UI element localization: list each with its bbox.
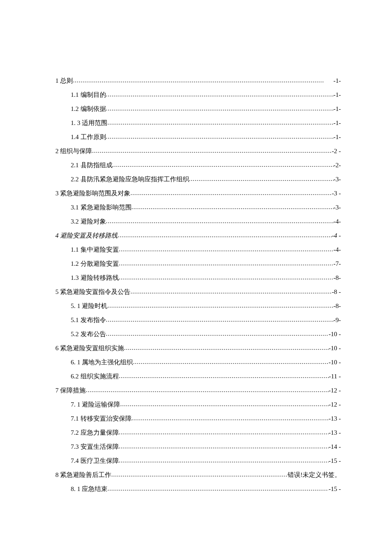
toc-entry-label: 1.1 编制目的 [71, 91, 106, 99]
toc-entry-label: 1.2 分散避险安置 [71, 260, 119, 268]
toc-entry: 1.4 工作原则-1- [55, 133, 341, 141]
toc-entry: 1.1 编制目的-1- [55, 91, 341, 99]
toc-entry-page: -13 - [329, 415, 341, 422]
toc-entry: 1.2 分散避险安置-7- [55, 260, 341, 268]
toc-entry-page: -15 - [329, 485, 341, 493]
toc-leader-dots [111, 471, 288, 478]
toc-entry-page: -3- [334, 176, 341, 183]
toc-entry-page: -15 - [329, 457, 341, 465]
toc-leader-dots [86, 387, 329, 394]
toc-entry-label: 6.2 组织实施流程 [71, 372, 119, 381]
toc-entry-page: -4 - [332, 232, 341, 239]
toc-leader-dots [106, 218, 334, 225]
toc-entry: 1 总则-1- [55, 77, 341, 85]
toc-entry-label: 2.2 县防汛紧急避险应急响应指挥工作组织 [71, 175, 189, 183]
toc-entry-page: -7- [334, 260, 341, 267]
toc-entry: 1.1 集中避险安置-4- [55, 246, 341, 254]
toc-entry-label: 3.2 避险对象 [71, 218, 106, 226]
toc-entry-page: -1- [334, 105, 341, 113]
toc-entry: 6. 1 属地为主强化组织-10 - [55, 358, 341, 366]
toc-leader-dots [118, 232, 332, 239]
toc-entry-page: -9- [334, 317, 341, 324]
toc-entry-page: -10 - [329, 331, 341, 338]
toc-leader-dots [120, 401, 329, 408]
toc-leader-dots [107, 302, 333, 309]
toc-leader-dots [107, 119, 333, 126]
toc-entry-page: -12 - [329, 387, 341, 394]
toc-entry: 5.1 发布指令-9- [55, 316, 341, 324]
toc-entry: 3.1 紧急避险影响范围-3- [55, 203, 341, 212]
toc-entry: 1. 3 适用范围-1- [55, 119, 341, 127]
toc-entry-label: 7.1 转移安置治安保障 [71, 415, 132, 423]
toc-entry-page: -8- [334, 302, 341, 310]
toc-entry: 1.3 避险转移路线-8- [55, 274, 341, 282]
toc-entry-label: 2 组织与保障 [55, 147, 92, 155]
toc-entry-label: 5.2 发布公告 [71, 330, 106, 338]
toc-entry-page: -8 - [332, 288, 341, 296]
toc-entry-page: -2 - [332, 148, 341, 155]
toc-entry: 5 紧急避险安置指令及公告-8 - [55, 288, 341, 296]
toc-leader-dots [189, 176, 334, 183]
toc-entry: 6 紧急避险安置组织实施-10 - [55, 344, 341, 352]
toc-entry: 4 避险安置及转移路线-4 - [55, 232, 341, 240]
toc-entry-page: -1- [334, 91, 341, 99]
toc-entry-page: -8- [334, 274, 341, 282]
toc-entry-page: -1- [334, 77, 341, 84]
toc-entry: 7.1 转移安置治安保障-13 - [55, 415, 341, 423]
toc-leader-dots [124, 345, 329, 352]
toc-entry-page: -11 - [329, 373, 341, 380]
toc-entry: 8 紧急避险善后工作错误!未定义书签。 [55, 471, 341, 479]
toc-entry-label: 1.3 避险转移路线 [71, 274, 119, 282]
toc-entry: 3 紧急避险影响范围及对象-3 - [55, 189, 341, 198]
toc-entry-page: -13 - [329, 429, 341, 436]
table-of-contents: 1 总则-1-1.1 编制目的-1-1.2 编制依据-1-1. 3 适用范围-1… [55, 77, 341, 493]
toc-leader-dots [133, 359, 329, 366]
toc-entry-label: 1.1 集中避险安置 [71, 246, 119, 254]
toc-leader-dots [119, 246, 334, 253]
toc-entry: 7. 1 避险运输保障-12 - [55, 401, 341, 409]
toc-entry-label: 5 紧急避险安置指令及公告 [55, 288, 130, 296]
toc-leader-dots [106, 105, 334, 112]
toc-entry-label: 1. 3 适用范围 [71, 119, 107, 127]
toc-entry-page: -10 - [329, 345, 341, 352]
toc-entry-page: -10 - [329, 359, 341, 366]
toc-entry-label: 7. 1 避险运输保障 [71, 401, 120, 409]
toc-entry: 1.2 编制依据-1- [55, 105, 341, 113]
toc-entry-label: 8. 1 应急结束 [71, 485, 107, 493]
toc-entry: 7.3 安置生活保障-14 - [55, 443, 341, 451]
toc-entry-label: 7.4 医疗卫生保障 [71, 457, 119, 465]
toc-leader-dots [107, 485, 329, 492]
toc-entry-page: -1- [334, 119, 341, 127]
toc-entry: 5.2 发布公告-10 - [55, 330, 341, 338]
toc-entry: 2 组织与保障-2 - [55, 147, 341, 155]
toc-entry-label: 4 避险安置及转移路线 [55, 232, 118, 240]
toc-entry-label: 2.1 县防指组成 [71, 161, 112, 169]
toc-leader-dots [119, 260, 334, 267]
toc-leader-dots [119, 457, 329, 464]
toc-leader-dots [132, 415, 329, 422]
toc-entry-label: 5. 1 避险时机 [71, 302, 107, 310]
toc-entry-label: 7.3 安置生活保障 [71, 443, 119, 451]
toc-entry-page: -3- [334, 204, 341, 211]
toc-entry-label: 1.4 工作原则 [71, 133, 106, 141]
toc-entry-label: 5.1 发布指令 [71, 316, 106, 324]
toc-leader-dots [106, 91, 334, 98]
toc-leader-dots [119, 373, 329, 380]
toc-entry-label: 3.1 紧急避险影响范围 [71, 203, 132, 212]
toc-entry: 5. 1 避险时机-8- [55, 302, 341, 310]
toc-entry-label: 8 紧急避险善后工作 [55, 471, 111, 479]
toc-entry: 7 保障措施-12 - [55, 386, 341, 395]
toc-entry: 7.4 医疗卫生保障-15 - [55, 457, 341, 465]
toc-entry-label: 7 保障措施 [55, 386, 86, 395]
toc-entry-label: 3 紧急避险影响范围及对象 [55, 189, 130, 198]
toc-entry: 7.2 应急力量保障-13 - [55, 429, 341, 437]
toc-leader-dots [112, 162, 334, 169]
toc-leader-dots [73, 77, 333, 84]
toc-leader-dots [106, 331, 329, 337]
toc-entry: 6.2 组织实施流程-11 - [55, 372, 341, 381]
toc-entry-page: -3 - [332, 190, 341, 197]
toc-leader-dots [92, 148, 332, 154]
toc-entry-label: 6 紧急避险安置组织实施 [55, 344, 124, 352]
toc-entry-label: 1.2 编制依据 [71, 105, 106, 113]
toc-entry-label: 7.2 应急力量保障 [71, 429, 119, 437]
